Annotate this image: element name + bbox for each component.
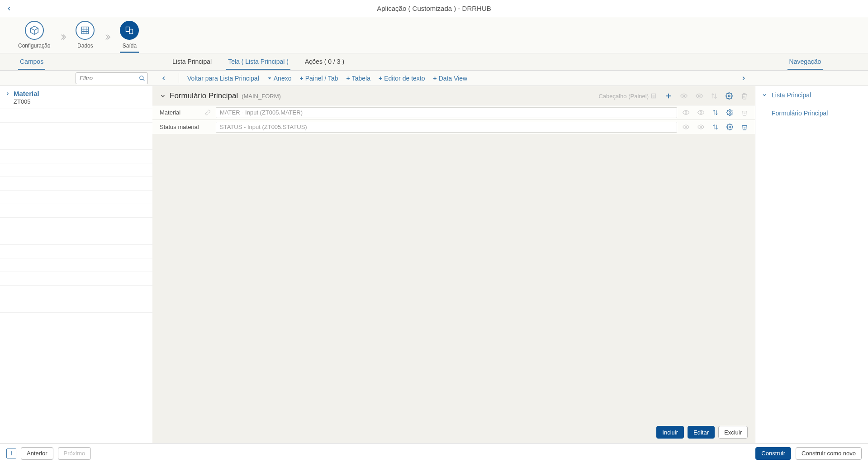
toolbar-row: Voltar para Lista Principal Anexo + Pain… xyxy=(0,71,868,86)
info-button[interactable]: i xyxy=(6,449,16,458)
svg-point-19 xyxy=(685,112,687,114)
tab-navegacao[interactable]: Navegação xyxy=(787,53,823,70)
plus-icon: + xyxy=(379,75,382,82)
list-icon xyxy=(650,93,657,99)
top-header: Aplicação ( Customizada ) - DRRHUB xyxy=(0,0,868,17)
tree-item-material[interactable]: Material ZT005 xyxy=(0,86,152,109)
settings-button[interactable] xyxy=(726,124,733,130)
settings-button[interactable] xyxy=(726,109,733,116)
tree-pad xyxy=(0,204,152,218)
svg-point-23 xyxy=(700,126,702,128)
tree-pad xyxy=(0,258,152,272)
field-label: Status material xyxy=(160,124,205,130)
visibility-button-2[interactable] xyxy=(697,109,704,116)
eye-icon xyxy=(680,92,688,100)
construir-novo-button[interactable]: Construir como novo xyxy=(796,447,862,460)
delete-button[interactable] xyxy=(741,93,748,100)
sort-icon xyxy=(711,93,717,99)
toolbar-dataview[interactable]: + Data View xyxy=(433,75,467,82)
tree-title: Material xyxy=(14,90,39,97)
toolbar-anexo[interactable]: Anexo xyxy=(267,75,292,82)
field-input-material[interactable] xyxy=(216,107,677,118)
tab-tela[interactable]: Tela ( Lista Principal ) xyxy=(226,53,290,70)
settings-button[interactable] xyxy=(726,92,733,100)
construir-button[interactable]: Construir xyxy=(755,447,791,460)
svg-point-22 xyxy=(685,126,687,128)
visibility-button-2[interactable] xyxy=(696,92,703,100)
toolbar-painel[interactable]: + Painel / Tab xyxy=(299,75,338,82)
step-configuracao[interactable]: Configuração xyxy=(18,21,50,53)
field-label: Material xyxy=(160,109,205,116)
tabs-row: Campos Lista Principal Tela ( Lista Prin… xyxy=(0,53,868,71)
step-saida[interactable]: Saída xyxy=(120,21,139,53)
tab-lista-principal[interactable]: Lista Principal xyxy=(171,53,213,70)
proximo-button[interactable]: Próximo xyxy=(58,447,91,460)
svg-point-16 xyxy=(683,95,685,97)
sort-button[interactable] xyxy=(711,93,717,99)
eye-icon xyxy=(683,109,689,116)
plus-icon: + xyxy=(433,75,436,82)
plus-icon: + xyxy=(346,75,350,82)
gear-icon xyxy=(726,109,733,116)
eye-icon xyxy=(697,109,704,116)
visibility-button-2[interactable] xyxy=(697,124,704,130)
svg-point-17 xyxy=(698,95,700,97)
visibility-button-1[interactable] xyxy=(680,92,688,100)
delete-button[interactable] xyxy=(741,110,748,116)
sort-button[interactable] xyxy=(712,124,718,130)
visibility-button-1[interactable] xyxy=(683,124,689,130)
main-body: Material ZT005 xyxy=(0,86,868,443)
svg-point-18 xyxy=(728,95,730,97)
anterior-button[interactable]: Anterior xyxy=(21,447,53,460)
nav-lista-principal[interactable]: Lista Principal xyxy=(755,86,868,104)
footer: i Anterior Próximo Construir Construir c… xyxy=(0,443,868,463)
collapse-toggle[interactable] xyxy=(160,93,166,99)
form-title: Formulário Principal xyxy=(170,91,238,100)
back-button[interactable] xyxy=(0,0,18,17)
chevron-left-icon xyxy=(161,75,167,81)
toolbar-tabela[interactable]: + Tabela xyxy=(346,75,370,82)
eye-icon xyxy=(696,92,703,100)
field-input-status[interactable] xyxy=(216,122,677,133)
step-label: Dados xyxy=(77,43,93,49)
chevron-right-icon xyxy=(57,33,69,41)
visibility-button-1[interactable] xyxy=(683,109,689,116)
toolbar-painel-label: Painel / Tab xyxy=(305,75,338,82)
sort-button[interactable] xyxy=(712,110,718,115)
filter-input[interactable] xyxy=(76,72,148,84)
toolbar-editor[interactable]: + Editor de texto xyxy=(379,75,425,82)
tree-pad xyxy=(0,150,152,163)
field-row-material[interactable]: Material xyxy=(152,105,755,119)
trash-icon xyxy=(741,93,748,100)
layout-icon xyxy=(125,26,134,35)
nav-formulario[interactable]: Formulário Principal xyxy=(755,104,868,122)
app-title: Aplicação ( Customizada ) - DRRHUB xyxy=(377,5,491,12)
excluir-button[interactable]: Excluir xyxy=(718,426,748,439)
toolbar-voltar[interactable]: Voltar para Lista Principal xyxy=(187,75,259,82)
toolbar-forward[interactable] xyxy=(737,75,750,81)
svg-point-24 xyxy=(729,126,731,128)
form-footer-buttons: Incluir Editar Excluir xyxy=(152,421,755,443)
chevron-right-icon xyxy=(101,33,114,41)
toolbar-back[interactable] xyxy=(157,75,171,81)
tree-pad xyxy=(0,218,152,231)
header-panel-label: Cabeçalho (Painel) xyxy=(598,93,657,100)
field-row-status[interactable]: Status material xyxy=(152,119,755,134)
chevron-down-icon xyxy=(160,93,166,99)
gear-icon xyxy=(726,92,733,100)
tab-acoes[interactable]: Ações ( 0 / 3 ) xyxy=(303,53,346,70)
separator xyxy=(179,73,179,83)
chevron-left-icon xyxy=(6,5,12,12)
editar-button[interactable]: Editar xyxy=(688,426,715,439)
plus-icon xyxy=(665,92,672,100)
tree-pad xyxy=(0,123,152,136)
add-button[interactable] xyxy=(665,92,672,100)
grid-icon xyxy=(81,26,90,35)
tab-campos[interactable]: Campos xyxy=(18,53,45,70)
delete-button[interactable] xyxy=(741,124,748,130)
incluir-button[interactable]: Incluir xyxy=(656,426,684,439)
step-dados[interactable]: Dados xyxy=(76,21,95,53)
sidebar-left: Material ZT005 xyxy=(0,86,152,443)
chevron-down-icon xyxy=(762,92,767,98)
toolbar-anexo-label: Anexo xyxy=(274,75,292,82)
